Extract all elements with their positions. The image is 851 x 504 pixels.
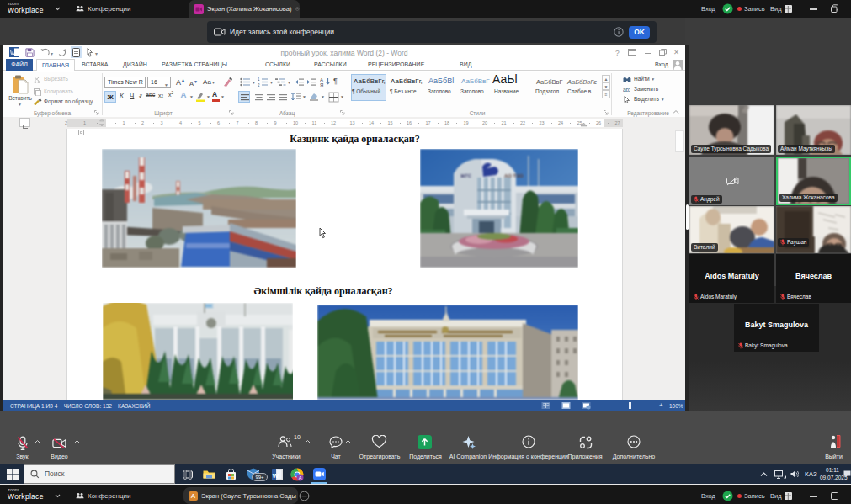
svg-text:Я: Я bbox=[320, 82, 323, 87]
svg-text:A: A bbox=[299, 475, 302, 480]
svg-text:ab: ab bbox=[623, 87, 630, 93]
svg-text:АО ТЗО: АО ТЗО bbox=[504, 173, 524, 178]
svg-text:1: 1 bbox=[258, 77, 260, 82]
svg-text:ЖГС: ЖГС bbox=[460, 173, 472, 178]
svg-text:2: 2 bbox=[258, 83, 260, 88]
svg-text:w: w bbox=[272, 471, 279, 480]
